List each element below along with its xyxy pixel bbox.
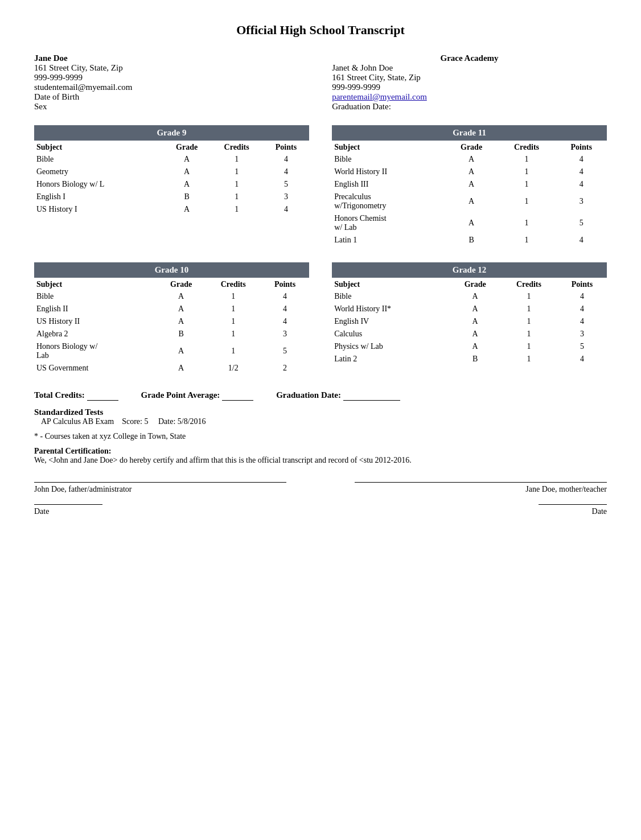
- table-row: Precalculusw/Trigonometry A 1 3: [332, 191, 607, 212]
- father-date-line: [34, 504, 102, 505]
- credits: 1: [500, 328, 557, 340]
- college-note: * - Courses taken at xyz College in Town…: [34, 432, 607, 441]
- subject: Geometry: [34, 166, 163, 178]
- table-row: Bible A 1 4: [332, 153, 607, 166]
- grade11-label: Grade 11: [332, 125, 607, 141]
- subject: Precalculusw/Trigonometry: [332, 191, 445, 212]
- grade11-table: Grade 11 Subject Grade Credits Points Bi…: [332, 125, 607, 246]
- school-grad-date: Graduation Date:: [332, 102, 607, 112]
- mother-date-line: [539, 504, 607, 505]
- subject: Calculus: [332, 328, 450, 340]
- mother-sig-line: [355, 482, 607, 483]
- grade12-table-container: Grade 12 Subject Grade Credits Points Bi…: [332, 262, 607, 374]
- grade: B: [157, 328, 206, 340]
- grade9-table-container: Grade 9 Subject Grade Credits Points Bib…: [34, 125, 309, 246]
- credits: 1: [206, 315, 261, 328]
- points: 5: [557, 340, 607, 353]
- grades-top-section: Grade 9 Subject Grade Credits Points Bib…: [34, 125, 607, 246]
- header-section: Jane Doe 161 Street City, State, Zip 999…: [34, 53, 607, 112]
- credits: 1: [498, 212, 556, 234]
- points: 4: [557, 290, 607, 303]
- total-credits-value: [87, 390, 118, 401]
- father-sig-label: John Doe, father/administrator: [34, 485, 286, 494]
- table-row: English II A 1 4: [34, 303, 309, 315]
- grade10-table: Grade 10 Subject Grade Credits Points Bi…: [34, 262, 309, 374]
- school-phone: 999-999-9999: [332, 83, 607, 92]
- grade9-header-row: Grade 9: [34, 125, 309, 141]
- points: 4: [556, 153, 607, 166]
- points: 5: [261, 340, 309, 362]
- subject: Latin 1: [332, 234, 445, 246]
- table-row: Honors Biology w/Lab A 1 5: [34, 340, 309, 362]
- points: 4: [557, 315, 607, 328]
- credits: 1: [500, 315, 557, 328]
- credits: 1: [498, 153, 556, 166]
- table-row: World History II* A 1 4: [332, 303, 607, 315]
- subject: Bible: [34, 153, 163, 166]
- grade: A: [446, 166, 498, 178]
- credits: 1: [498, 234, 556, 246]
- table-row: Latin 1 B 1 4: [332, 234, 607, 246]
- points: 4: [263, 166, 309, 178]
- mother-sig-block: Jane Doe, mother/teacher Date: [355, 482, 607, 516]
- grade10-table-container: Grade 10 Subject Grade Credits Points Bi…: [34, 262, 309, 374]
- subject: US History II: [34, 315, 157, 328]
- subject: Latin 2: [332, 353, 450, 365]
- table-row: Honors Biology w/ L A 1 5: [34, 178, 309, 191]
- student-phone: 999-999-9999: [34, 73, 309, 83]
- grade12-col-headers: Subject Grade Credits Points: [332, 278, 607, 290]
- father-date-label: Date: [34, 507, 286, 516]
- mother-sig-label: Jane Doe, mother/teacher: [355, 485, 607, 494]
- credits: 1: [206, 340, 261, 362]
- subject: English III: [332, 178, 445, 191]
- table-row: World History II A 1 4: [332, 166, 607, 178]
- points: 4: [556, 166, 607, 178]
- credits: 1/2: [206, 362, 261, 374]
- subject: English I: [34, 191, 163, 203]
- credits: 1: [206, 290, 261, 303]
- credits: 1: [500, 340, 557, 353]
- table-row: US Government A 1/2 2: [34, 362, 309, 374]
- grade: A: [446, 178, 498, 191]
- page-title: Official High School Transcript: [34, 23, 607, 38]
- subject: Physics w/ Lab: [332, 340, 450, 353]
- subject: Honors Biology w/ L: [34, 178, 163, 191]
- credits: 1: [206, 303, 261, 315]
- points: 4: [263, 203, 309, 216]
- credits: 1: [210, 153, 263, 166]
- credits: 1: [498, 191, 556, 212]
- grade12-label: Grade 12: [332, 262, 607, 278]
- grade: A: [157, 303, 206, 315]
- table-row: Honors Chemistw/ Lab A 1 5: [332, 212, 607, 234]
- totals-row: Total Credits: Grade Point Average: Grad…: [34, 390, 607, 401]
- gpa-label: Grade Point Average:: [141, 390, 220, 400]
- grad-date-value: [343, 390, 400, 401]
- subject: World History II: [332, 166, 445, 178]
- certification-section: Parental Certification: We, <John and Ja…: [34, 447, 607, 465]
- grade: B: [450, 353, 500, 365]
- grade10-col-credits: Credits: [206, 278, 261, 290]
- grade: A: [163, 178, 210, 191]
- subject: Honors Biology w/Lab: [34, 340, 157, 362]
- points: 4: [261, 315, 309, 328]
- subject: English IV: [332, 315, 450, 328]
- grade: B: [163, 191, 210, 203]
- subject: Bible: [332, 290, 450, 303]
- student-info: Jane Doe 161 Street City, State, Zip 999…: [34, 53, 309, 112]
- points: 4: [263, 153, 309, 166]
- points: 5: [556, 212, 607, 234]
- grade11-col-credits: Credits: [498, 141, 556, 153]
- student-address: 161 Street City, State, Zip: [34, 63, 309, 73]
- credits: 1: [500, 290, 557, 303]
- grade: A: [157, 315, 206, 328]
- table-row: Bible A 1 4: [34, 290, 309, 303]
- grade12-col-credits: Credits: [500, 278, 557, 290]
- grade: A: [163, 153, 210, 166]
- points: 4: [261, 303, 309, 315]
- grade: A: [450, 315, 500, 328]
- grade10-col-points: Points: [261, 278, 309, 290]
- school-address: 161 Street City, State, Zip: [332, 73, 607, 83]
- table-row: Algebra 2 B 1 3: [34, 328, 309, 340]
- credits: 1: [498, 166, 556, 178]
- grade12-col-points: Points: [557, 278, 607, 290]
